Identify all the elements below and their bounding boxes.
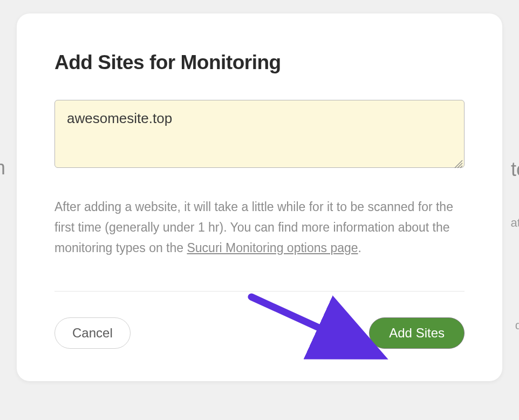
textarea-wrapper	[54, 100, 465, 170]
description-suffix: .	[358, 241, 361, 255]
backdrop-text-fragment: d	[515, 319, 519, 333]
add-sites-button[interactable]: Add Sites	[369, 317, 465, 349]
monitoring-options-link[interactable]: Sucuri Monitoring options page	[187, 241, 358, 255]
divider	[54, 291, 465, 292]
button-row: Cancel Add Sites	[54, 317, 465, 349]
sites-input[interactable]	[54, 100, 465, 168]
cancel-button[interactable]: Cancel	[54, 317, 131, 349]
modal-title: Add Sites for Monitoring	[54, 51, 465, 74]
backdrop-text-fragment: ate	[510, 216, 519, 230]
backdrop-text-fragment: to	[511, 158, 519, 181]
backdrop-text-fragment: m	[0, 157, 5, 179]
modal-description: After adding a website, it will take a l…	[54, 197, 465, 259]
add-sites-modal: Add Sites for Monitoring After adding a …	[17, 13, 502, 381]
